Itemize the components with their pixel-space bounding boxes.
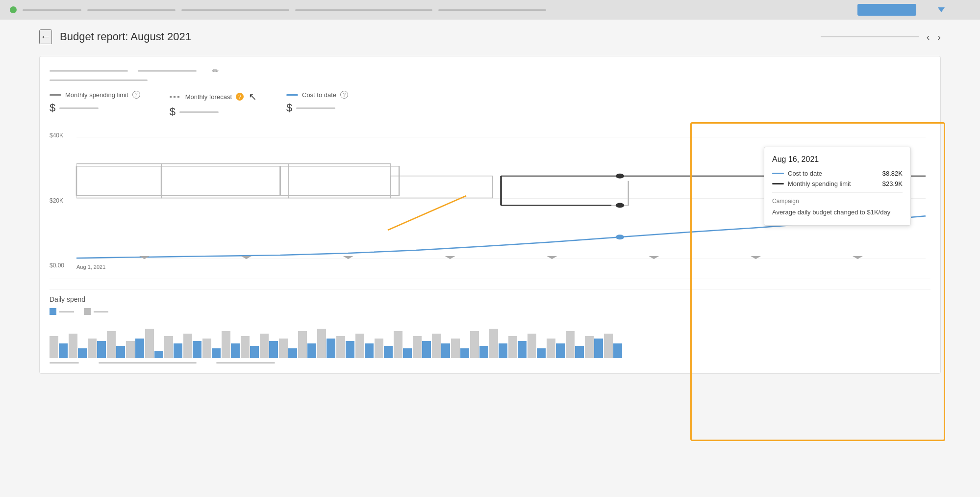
tooltip-line-icon-blue [772,173,784,174]
metric-monthly-forecast: Monthly forecast ? ↖ $ [170,91,257,118]
nav-next-button[interactable]: › [937,31,941,43]
browser-dot [10,6,17,13]
daily-bars-container [50,319,930,358]
nav-prev-button[interactable]: ‹ [927,31,930,43]
daily-bar-pair-28 [585,336,603,358]
cursor-icon: ↖ [249,91,257,103]
bar-gray-23 [489,329,498,358]
daily-bar-pair-4 [126,339,144,358]
bar-blue-19 [422,341,431,358]
svg-point-7 [616,235,624,239]
metric-dollar-cost: $ [286,102,292,114]
bar-gray-15 [336,336,345,358]
bar-blue-4 [135,339,144,358]
tooltip-value-cost: $8.82K [882,170,903,177]
bar-gray-25 [528,334,536,358]
bar-blue-2 [97,341,106,358]
metric-dollar-forecast: $ [170,105,176,118]
legend-line-blue [59,311,74,313]
chrome-dropdown-icon[interactable] [938,7,945,12]
card-title-placeholder [50,70,128,72]
metric-line-icon-forecast [170,96,181,98]
bottom-line-3 [216,362,275,364]
tooltip-date: Aug 16, 2021 [772,155,903,164]
svg-marker-15 [649,256,659,259]
legend-item-blue [50,308,74,315]
help-icon-forecast[interactable]: ? [236,93,244,101]
chrome-tab-line-5 [438,9,546,11]
bar-blue-12 [288,348,297,358]
tooltip-campaign-text: Average daily budget changed to $1K/day [772,208,903,217]
bottom-line-1 [50,362,79,364]
bar-gray-13 [298,331,307,358]
chrome-tab-line-3 [181,9,289,11]
bar-blue-0 [59,343,68,358]
daily-bar-pair-1 [69,334,87,358]
bar-gray-24 [508,336,517,358]
daily-bar-pair-20 [432,334,450,358]
tooltip-row-cost: Cost to date $8.82K [772,170,903,177]
daily-bar-pair-13 [298,331,316,358]
svg-marker-11 [241,256,251,259]
bar-blue-24 [518,341,527,358]
bar-blue-20 [441,343,450,358]
svg-marker-12 [343,256,353,259]
bar-blue-13 [307,343,316,358]
daily-bottom-lines [50,362,930,364]
svg-point-9 [616,174,624,179]
help-icon-cost[interactable]: ? [340,91,348,99]
daily-bar-pair-27 [566,331,584,358]
bar-blue-8 [212,348,221,358]
metric-line-icon-spending-limit [50,94,61,96]
bar-gray-14 [317,329,326,358]
bottom-line-2 [99,362,197,364]
daily-spend-legend [50,308,930,315]
bar-gray-21 [451,339,460,358]
nav-arrows: ‹ › [927,31,941,43]
bar-gray-29 [604,334,613,358]
page-area: ← Budget report: August 2021 ‹ › ✏ Month… [0,20,980,497]
back-button[interactable]: ← [39,29,52,44]
bar-gray-27 [566,331,575,358]
bar-gray-7 [183,334,192,358]
bar-gray-18 [394,331,402,358]
daily-bar-pair-29 [604,334,622,358]
bar-blue-16 [365,343,374,358]
bar-gray-28 [585,336,594,358]
tooltip-card: Aug 16, 2021 Cost to date $8.82K Monthly… [764,147,911,226]
bar-gray-4 [126,341,135,358]
help-icon-spending-limit[interactable]: ? [132,91,140,99]
tooltip-value-spending: $23.9K [882,180,903,187]
metrics-row: Monthly spending limit ? $ Monthly forec… [50,91,930,118]
svg-marker-14 [547,256,557,259]
bar-blue-25 [537,348,546,358]
bar-gray-20 [432,334,441,358]
card-subline [50,79,148,81]
metric-dollar-spending-limit: $ [50,102,55,114]
metric-label-text-forecast: Monthly forecast [185,93,232,101]
metric-label-forecast: Monthly forecast ? ↖ [170,91,257,103]
daily-bar-pair-21 [451,339,469,358]
bar-gray-0 [50,336,58,358]
tooltip-line-icon-black [772,183,784,184]
daily-bar-pair-5 [145,329,163,358]
daily-bar-pair-9 [222,331,240,358]
bar-gray-19 [413,336,422,358]
bar-blue-9 [231,343,240,358]
daily-bar-pair-2 [88,339,106,358]
bar-blue-5 [154,351,163,358]
y-label-0: $0.00 [50,262,64,269]
chrome-address-bar[interactable] [857,4,916,16]
edit-icon[interactable]: ✏ [212,66,219,76]
bar-gray-5 [145,329,154,358]
daily-bar-pair-22 [470,331,488,358]
daily-bar-pair-6 [164,336,182,358]
legend-square-gray [84,308,91,315]
bar-blue-23 [499,343,507,358]
daily-bar-pair-11 [260,334,278,358]
chrome-tab-line-2 [87,9,176,11]
tooltip-divider [772,192,903,193]
svg-point-8 [616,203,624,208]
bar-gray-22 [470,331,479,358]
metric-label-text-cost: Cost to date [302,91,336,99]
